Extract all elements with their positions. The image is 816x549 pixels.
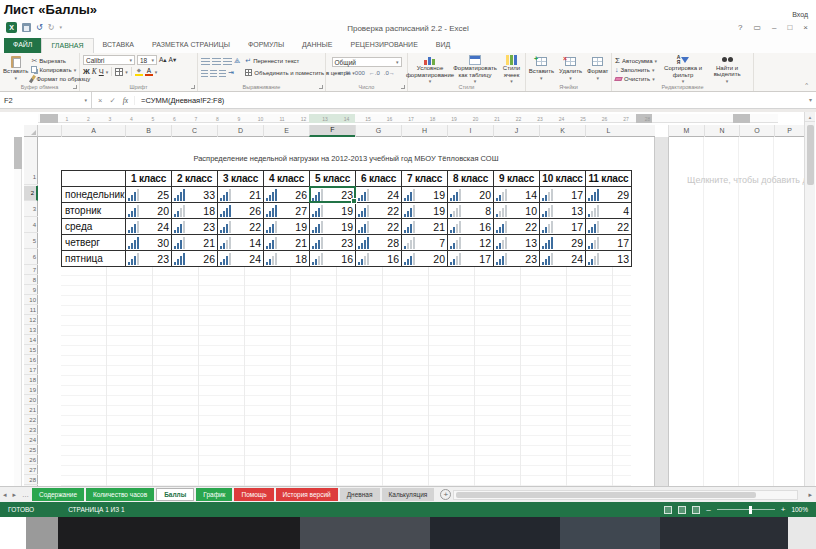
zoom-slider[interactable] <box>717 509 775 510</box>
column-header-P[interactable]: P <box>774 125 804 137</box>
ribbon-tab-1[interactable]: ФАЙЛ <box>4 38 41 53</box>
zoom-in-icon[interactable]: + <box>781 506 786 514</box>
table-cell[interactable]: 26 <box>264 187 310 203</box>
column-header-E[interactable]: E <box>263 125 309 137</box>
table-cell[interactable]: 19 <box>402 187 448 203</box>
table-cell[interactable]: 19 <box>402 203 448 219</box>
delete-cells-button[interactable]: × Удалить ▾ <box>559 55 582 84</box>
column-header-K[interactable]: K <box>539 125 585 137</box>
indent-icon[interactable]: ⇥ <box>228 69 234 77</box>
table-cell[interactable]: 10 <box>494 203 540 219</box>
column-header-A[interactable]: A <box>61 125 125 137</box>
row-header-8[interactable]: 8 <box>24 276 38 285</box>
column-header-B[interactable]: B <box>125 125 171 137</box>
row-header-28[interactable]: 28 <box>24 476 38 485</box>
column-header-O[interactable]: O <box>739 125 774 137</box>
percent-format-icon[interactable]: % <box>345 70 350 76</box>
row-header-25[interactable]: 25 <box>24 446 38 455</box>
table-cell[interactable]: 22 <box>356 219 402 235</box>
ribbon-tab-5[interactable]: ФОРМУЛЫ <box>239 38 293 53</box>
table-cell[interactable]: 18 <box>172 203 218 219</box>
sheet-tab-7[interactable]: Дневная <box>340 488 380 501</box>
tabs-scroll-left-icon[interactable]: ◂ <box>0 491 10 499</box>
table-cell[interactable]: 8 <box>448 203 494 219</box>
format-cells-button[interactable]: Формат ▾ <box>587 55 608 84</box>
table-header-4-klass[interactable]: 4 класс <box>264 171 310 187</box>
table-cell[interactable]: 16 <box>448 219 494 235</box>
row-header-13[interactable]: 13 <box>24 326 38 335</box>
undo-icon[interactable]: ↺ <box>36 23 43 32</box>
table-cell[interactable]: 22 <box>218 219 264 235</box>
dialog-launcher-icon[interactable] <box>73 85 77 89</box>
formula-input[interactable]: =СУММ(Дневная!F2:F8) <box>135 96 224 105</box>
increase-decimal-icon[interactable]: ←.0 <box>369 70 380 76</box>
tabs-ellipsis-icon[interactable]: … <box>19 491 32 498</box>
table-corner-cell[interactable] <box>62 171 126 187</box>
table-cell[interactable]: 16 <box>310 251 356 267</box>
row-header-24[interactable]: 24 <box>24 436 38 445</box>
row-header-10[interactable]: 10 <box>24 296 38 305</box>
enter-icon[interactable]: ✓ <box>109 96 115 105</box>
name-box-dropdown-icon[interactable]: ▾ <box>84 97 87 103</box>
row-header-21[interactable]: 21 <box>24 406 38 415</box>
table-cell[interactable]: 22 <box>494 219 540 235</box>
table-cell[interactable]: 7 <box>402 235 448 251</box>
table-cell[interactable]: 24 <box>540 251 586 267</box>
table-header-2-klass[interactable]: 2 класс <box>172 171 218 187</box>
sheet-tab-8[interactable]: Калькуляция <box>382 488 435 501</box>
align-middle-icon[interactable] <box>212 58 221 65</box>
row-header-15[interactable]: 15 <box>24 346 38 355</box>
normal-view-icon[interactable] <box>664 506 672 514</box>
sign-in-link[interactable]: Вход <box>792 11 808 18</box>
table-header-8-klass[interactable]: 8 класс <box>448 171 494 187</box>
horizontal-scroll-thumb[interactable] <box>456 492 756 498</box>
row-header-7[interactable]: 7 <box>24 266 38 275</box>
table-cell[interactable]: 23 <box>310 235 356 251</box>
table-cell[interactable]: 23 <box>494 251 540 267</box>
table-header-10-klass[interactable]: 10 класс <box>540 171 586 187</box>
table-cell[interactable]: 23 <box>172 219 218 235</box>
zoom-level[interactable]: 100% <box>791 506 808 513</box>
table-cell[interactable]: 19 <box>264 219 310 235</box>
selected-cell-F2[interactable] <box>309 186 356 203</box>
table-cell[interactable]: 14 <box>218 235 264 251</box>
table-cell[interactable]: 28 <box>356 235 402 251</box>
row-header-16[interactable]: 16 <box>24 356 38 365</box>
row-header-26[interactable]: 26 <box>24 456 38 465</box>
insert-cells-button[interactable]: + Вставить ▾ <box>529 55 554 84</box>
table-cell[interactable]: 26 <box>218 203 264 219</box>
comma-format-icon[interactable]: 000 <box>355 70 365 76</box>
column-header-J[interactable]: J <box>493 125 539 137</box>
number-format-select[interactable]: Общий▾ <box>332 57 402 67</box>
redo-icon[interactable]: ↻ <box>48 23 55 32</box>
row-header-17[interactable]: 17 <box>24 366 38 375</box>
restore-icon[interactable]: □ <box>787 23 792 32</box>
table-row-label[interactable]: среда <box>62 219 126 235</box>
table-cell[interactable]: 21 <box>264 235 310 251</box>
table-row-label[interactable]: вторник <box>62 203 126 219</box>
table-cell[interactable]: 14 <box>494 187 540 203</box>
column-header-N[interactable]: N <box>704 125 739 137</box>
vertical-scroll-thumb[interactable] <box>807 125 814 185</box>
row-header-20[interactable]: 20 <box>24 396 38 405</box>
table-cell[interactable]: 19 <box>310 203 356 219</box>
table-cell[interactable]: 29 <box>540 235 586 251</box>
sheet-tab-1[interactable]: Содержание <box>32 488 84 501</box>
page-layout-view-icon[interactable] <box>678 506 686 514</box>
table-cell[interactable]: 20 <box>402 251 448 267</box>
table-cell[interactable]: 25 <box>126 187 172 203</box>
table-row-label[interactable]: понедельник <box>62 187 126 203</box>
sheet-tab-3[interactable]: Баллы <box>156 488 194 501</box>
align-top-icon[interactable] <box>201 58 210 65</box>
orientation-icon[interactable]: ⟁ <box>234 57 240 65</box>
row-header-4[interactable]: 4 <box>24 218 38 233</box>
column-header-L[interactable]: L <box>585 125 631 137</box>
table-cell[interactable]: 33 <box>172 187 218 203</box>
zoom-out-icon[interactable]: – <box>706 506 710 514</box>
table-header-3-klass[interactable]: 3 класс <box>218 171 264 187</box>
bold-button[interactable]: Ж <box>83 67 90 76</box>
table-cell[interactable]: 13 <box>586 251 632 267</box>
ribbon-tab-2[interactable]: ГЛАВНАЯ <box>41 38 93 53</box>
shrink-font-button[interactable]: А▾ <box>169 56 177 64</box>
column-header-F[interactable]: F <box>309 125 355 137</box>
